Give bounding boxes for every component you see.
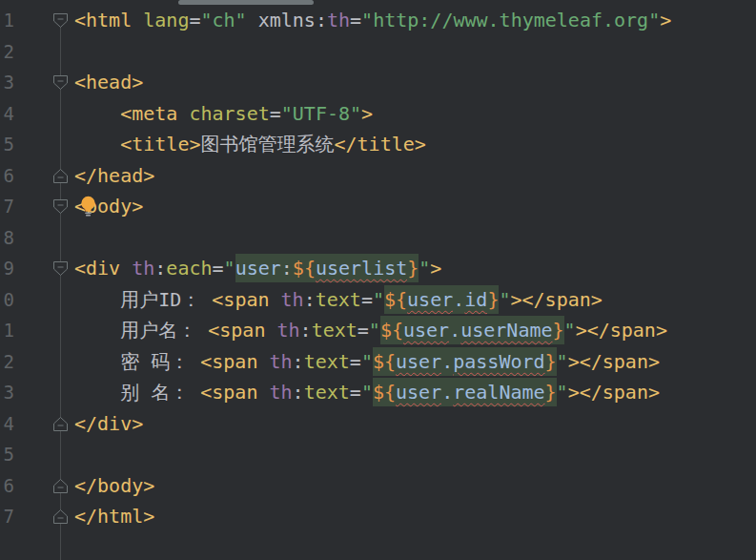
code-token: .	[441, 347, 453, 376]
code-token: "	[419, 257, 430, 280]
code-text[interactable]: <head>	[74, 67, 143, 98]
code-token: :	[154, 257, 166, 280]
fold-expand-icon[interactable]	[52, 168, 69, 184]
code-token: user	[235, 254, 281, 282]
code-line[interactable]: 8	[0, 222, 756, 254]
code-token: :	[300, 319, 312, 342]
code-line[interactable]: 3<head>	[0, 67, 756, 98]
fold-expand-icon[interactable]	[52, 416, 69, 432]
code-token: <title>	[120, 133, 200, 156]
fold-collapse-icon[interactable]	[52, 198, 69, 215]
intention-bulb-icon[interactable]	[80, 196, 96, 218]
code-token: <head>	[74, 71, 143, 93]
code-line[interactable]: 4 <meta charset="UTF-8">	[0, 98, 756, 130]
code-token: 密 码：	[74, 350, 200, 373]
code-token: <html	[74, 9, 132, 31]
code-text[interactable]: </div>	[74, 408, 143, 440]
code-line[interactable]: 2	[0, 36, 756, 68]
code-token: >	[361, 102, 373, 125]
code-text[interactable]: 用户名： <span th:text="${user.userName}"></…	[74, 315, 667, 346]
code-text[interactable]: <title>图书馆管理系统</title>	[74, 129, 426, 160]
code-token: :	[304, 288, 316, 311]
code-token	[265, 319, 276, 342]
code-token	[177, 102, 189, 125]
code-token: ></span>	[568, 381, 660, 404]
fold-collapse-icon[interactable]	[52, 74, 69, 91]
code-line[interactable]: 6</body>	[0, 470, 756, 502]
code-text[interactable]: 密 码： <span th:text="${user.passWord}"></…	[74, 346, 660, 378]
code-token: <span	[200, 350, 257, 373]
code-token: "	[224, 257, 235, 280]
code-token: :	[293, 350, 304, 373]
code-line[interactable]: 9<div th:each="user:${userlist}">	[0, 253, 756, 284]
code-token: th	[281, 288, 304, 311]
code-line[interactable]: 1<html lang="ch" xmlns:th="http://www.th…	[0, 5, 756, 36]
horizontal-scrollbar-thumb[interactable]	[178, 0, 314, 5]
code-text[interactable]: 别 名： <span th:text="${user.realName}"></…	[74, 377, 660, 408]
fold-collapse-icon[interactable]	[52, 260, 69, 277]
code-token: </div>	[74, 412, 143, 435]
horizontal-scrollbar[interactable]	[0, 0, 756, 7]
code-token: .	[453, 285, 464, 314]
code-token: "	[361, 350, 373, 373]
code-token: 别 名：	[74, 381, 200, 404]
code-token: each	[166, 257, 212, 280]
code-line[interactable]: 5 <title>图书馆管理系统</title>	[0, 129, 756, 160]
line-number: 9	[0, 253, 14, 284]
code-line[interactable]: 3 别 名： <span th:text="${user.realName}">…	[0, 377, 756, 408]
code-token: 用户ID：	[74, 288, 212, 311]
code-token: th	[327, 9, 350, 31]
code-text[interactable]: </body>	[74, 470, 154, 502]
code-token	[132, 9, 143, 31]
code-text[interactable]: <meta charset="UTF-8">	[74, 98, 373, 130]
code-line[interactable]: 2 密 码： <span th:text="${user.passWord}">…	[0, 346, 756, 378]
fold-expand-icon[interactable]	[52, 508, 69, 525]
fold-expand-icon[interactable]	[52, 478, 69, 494]
code-token: 图书馆管理系统	[200, 133, 334, 156]
code-token: </title>	[334, 133, 425, 156]
code-text[interactable]: <div th:each="user:${userlist}">	[74, 253, 441, 284]
code-token: :	[281, 254, 293, 282]
code-token	[120, 257, 132, 280]
code-token: "UTF-8"	[281, 102, 361, 125]
code-token: user	[403, 316, 449, 344]
line-number: 1	[0, 5, 14, 36]
code-token: </html>	[74, 505, 154, 528]
code-token: "http://www.thymeleaf.org"	[361, 9, 660, 31]
code-line[interactable]: 4</div>	[0, 408, 756, 440]
code-token: ${	[373, 347, 396, 376]
fold-collapse-icon[interactable]	[52, 12, 69, 29]
code-line[interactable]: 7<body>	[0, 191, 756, 222]
code-token: >	[660, 9, 671, 31]
code-token	[247, 9, 258, 31]
code-line[interactable]: 1 用户名： <span th:text="${user.userName}">…	[0, 315, 756, 346]
code-token: =	[350, 9, 361, 31]
line-number: 7	[0, 191, 14, 222]
line-number: 3	[0, 67, 14, 98]
code-token	[270, 288, 281, 311]
code-line[interactable]: 7</html>	[0, 501, 756, 532]
code-token	[74, 133, 120, 156]
code-line[interactable]: 5	[0, 439, 756, 470]
line-number: 5	[0, 129, 14, 160]
code-line[interactable]: 0 用户ID： <span th:text="${user.id}"></spa…	[0, 284, 756, 316]
code-text[interactable]: <html lang="ch" xmlns:th="http://www.thy…	[74, 5, 671, 36]
code-text[interactable]: </html>	[74, 501, 154, 532]
line-number: 6	[0, 470, 14, 502]
code-editor[interactable]: 1<html lang="ch" xmlns:th="http://www.th…	[0, 0, 756, 560]
code-text[interactable]: </head>	[74, 160, 154, 192]
code-token: text	[304, 381, 350, 404]
line-number: 8	[0, 222, 14, 254]
code-token: =	[213, 257, 224, 280]
code-token: "ch"	[200, 9, 246, 31]
code-token: "	[557, 381, 568, 404]
code-token: >	[430, 257, 441, 280]
code-token: }	[407, 254, 419, 282]
line-number: 6	[0, 160, 14, 192]
code-line[interactable]: 6</head>	[0, 160, 756, 192]
line-number: 3	[0, 377, 14, 408]
line-number: 2	[0, 346, 14, 378]
code-token	[74, 102, 120, 125]
code-token: text	[312, 319, 358, 342]
code-text[interactable]: 用户ID： <span th:text="${user.id}"></span>	[74, 284, 603, 316]
